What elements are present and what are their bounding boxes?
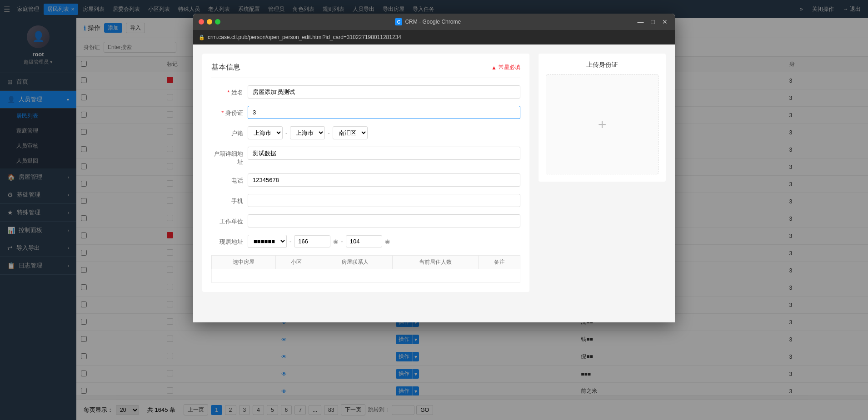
id-card-input[interactable] xyxy=(248,106,520,119)
window-buttons: — □ ✕ xyxy=(636,18,669,25)
form-layout: 基本信息 ▲ 常星必填 姓名 xyxy=(202,54,666,299)
room-col-community: 小区 xyxy=(275,256,317,269)
household-sep2: - xyxy=(328,129,329,136)
browser-title: C CRM - Google Chrome xyxy=(220,18,636,25)
household-control: 上海市 - 上海市 - 南汇区 xyxy=(248,126,520,139)
room-col-note: 备注 xyxy=(479,256,520,269)
phone-input[interactable] xyxy=(248,173,520,187)
upload-card: 上传身份证 + xyxy=(539,54,666,182)
workplace-control xyxy=(248,214,520,227)
form-side: 上传身份证 + xyxy=(539,54,666,299)
household-selects: 上海市 - 上海市 - 南汇区 xyxy=(248,126,520,139)
browser-window: C CRM - Google Chrome — □ ✕ 🔒 crm.case.c… xyxy=(193,14,675,322)
browser-max-ctrl[interactable] xyxy=(215,19,220,25)
current-address-select1[interactable]: ■■■■■■ xyxy=(248,235,287,248)
modal-overlay[interactable]: C CRM - Google Chrome — □ ✕ 🔒 crm.case.c… xyxy=(0,0,868,420)
current-address-control: ■■■■■■ - ◉ - ◉ xyxy=(248,235,520,248)
browser-titlebar: C CRM - Google Chrome — □ ✕ xyxy=(193,14,675,30)
lock-icon: 🔒 xyxy=(199,35,205,40)
name-row: 姓名 xyxy=(211,85,520,99)
phone-control xyxy=(248,173,520,187)
win-maximize-btn[interactable]: □ xyxy=(649,18,657,25)
household-detail-control xyxy=(248,147,520,160)
phone-label: 电话 xyxy=(211,173,248,185)
address-selects: ■■■■■■ - ◉ - ◉ xyxy=(248,235,520,248)
id-card-control xyxy=(248,106,520,119)
address-circle1-icon: ◉ xyxy=(333,238,338,245)
mobile-input[interactable] xyxy=(248,194,520,207)
room-table: 选中房屋 小区 房屋联系人 当前居住人数 备注 xyxy=(211,255,520,283)
browser-min-ctrl[interactable] xyxy=(207,19,212,25)
form-card: 基本信息 ▲ 常星必填 姓名 xyxy=(202,54,529,292)
name-input[interactable] xyxy=(248,85,520,99)
form-main: 基本信息 ▲ 常星必填 姓名 xyxy=(202,54,529,299)
current-address-row: 现居地址 ■■■■■■ - ◉ - xyxy=(211,235,520,248)
name-control xyxy=(248,85,520,99)
browser-addressbar: 🔒 crm.case.ctl.pub/person/open_person_ed… xyxy=(193,30,675,44)
upload-plus-icon: + xyxy=(598,116,607,133)
room-col-contact: 房屋联系人 xyxy=(317,256,392,269)
household-detail-input[interactable] xyxy=(248,147,520,160)
win-minimize-btn[interactable]: — xyxy=(636,18,646,25)
form-header: 基本信息 ▲ 常星必填 xyxy=(211,63,520,78)
mobile-label: 手机 xyxy=(211,194,248,205)
household-row: 户籍 上海市 - 上海市 - xyxy=(211,126,520,139)
address-sep2: - xyxy=(341,238,343,245)
workplace-input[interactable] xyxy=(248,214,520,227)
household-label: 户籍 xyxy=(211,126,248,138)
room-table-empty-row xyxy=(212,269,520,283)
address-num1-input[interactable] xyxy=(294,235,330,247)
room-col-select: 选中房屋 xyxy=(212,256,276,269)
mobile-control xyxy=(248,194,520,207)
upload-box[interactable]: + xyxy=(546,74,658,174)
mobile-row: 手机 xyxy=(211,194,520,207)
room-col-residents: 当前居住人数 xyxy=(392,256,479,269)
household-detail-row: 户籍详细地址 xyxy=(211,147,520,166)
id-card-label: 身份证 xyxy=(211,106,248,117)
address-sep1: - xyxy=(289,238,291,245)
id-card-row: 身份证 xyxy=(211,106,520,119)
current-address-label: 现居地址 xyxy=(211,235,248,246)
browser-close-ctrl[interactable] xyxy=(199,19,204,25)
room-table-container: 选中房屋 小区 房屋联系人 当前居住人数 备注 xyxy=(211,255,520,283)
household-city2-select[interactable]: 上海市 xyxy=(290,126,325,139)
household-detail-label: 户籍详细地址 xyxy=(211,147,248,166)
required-hint: ▲ 常星必填 xyxy=(491,64,520,71)
address-num2-input[interactable] xyxy=(346,235,382,247)
phone-row: 电话 xyxy=(211,173,520,187)
browser-controls xyxy=(199,19,220,25)
warning-icon: ▲ xyxy=(491,64,497,71)
household-sep1: - xyxy=(285,129,287,136)
household-city3-select[interactable]: 南汇区 xyxy=(333,126,368,139)
household-city1-select[interactable]: 上海市 xyxy=(248,126,283,139)
browser-url-text: crm.case.ctl.pub/person/open_person_edit… xyxy=(208,34,401,40)
workplace-row: 工作单位 xyxy=(211,214,520,227)
win-close-btn[interactable]: ✕ xyxy=(660,18,669,25)
browser-content: 基本信息 ▲ 常星必填 姓名 xyxy=(193,44,675,322)
name-label: 姓名 xyxy=(211,85,248,97)
form-title: 基本信息 xyxy=(211,63,240,72)
workplace-label: 工作单位 xyxy=(211,214,248,226)
crm-favicon: C xyxy=(395,18,402,25)
upload-card-title: 上传身份证 xyxy=(546,61,658,69)
address-circle2-icon: ◉ xyxy=(385,238,390,245)
